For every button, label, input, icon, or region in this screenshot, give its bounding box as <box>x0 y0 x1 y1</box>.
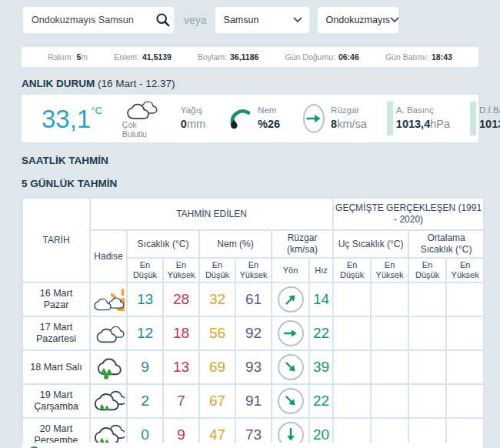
wind-direction-cell <box>272 283 309 316</box>
col-header-wind: Rüzgar (km/sa) <box>272 230 333 258</box>
avg-max-cell <box>446 283 484 316</box>
weather-icon-cloud-rain <box>90 350 127 384</box>
hum-max-cell: 61 <box>235 283 272 316</box>
hum-min-cell: 69 <box>199 350 235 384</box>
temp-max-cell: 28 <box>163 283 199 316</box>
temp-min-cell: 9 <box>127 350 163 384</box>
col-header-date: TARİH <box>22 198 90 283</box>
ext-min-cell <box>333 384 371 418</box>
forecast-row: 16 Mart Pazar 13 28 32 61 14 <box>22 283 484 316</box>
col-header-historical: GEÇMİŞTE GERÇEKLEŞEN (1991 - 2020) <box>333 198 484 230</box>
ext-max-cell <box>371 283 408 316</box>
search-icon[interactable] <box>155 12 171 28</box>
ext-max-cell <box>371 350 408 384</box>
ext-min-cell <box>333 316 371 350</box>
temp-min-cell: 13 <box>127 283 163 316</box>
weather-icon-clouds <box>90 316 127 350</box>
avg-min-cell <box>408 350 446 384</box>
subheader-temp-min: En Düşük <box>127 258 163 283</box>
or-label: veya <box>184 14 207 26</box>
humidity: Nem %26 <box>258 105 280 132</box>
cloud-icon <box>122 99 158 119</box>
search-box[interactable] <box>23 7 174 33</box>
temp-max-cell: 13 <box>163 350 199 384</box>
forecast-row: 19 Mart Çarşamba 2 7 67 91 22 <box>22 384 484 418</box>
longitude-info: Boylam:36,1186 <box>198 52 258 62</box>
weather-page: veya Samsun Ondokuzmayıs Rakım:5m Enlem:… <box>0 0 500 448</box>
wind-direction-icon <box>303 104 325 133</box>
sunrise-info: Gün Doğumu:06:46 <box>285 52 359 62</box>
forecast-date: 19 Mart Çarşamba <box>22 384 90 418</box>
actual-pressure: A. Basınç 1013,4hPa <box>396 105 450 132</box>
avg-min-cell <box>408 283 446 316</box>
humidity-gauge-icon <box>228 106 252 131</box>
subheader-ext-min: En Düşük <box>333 258 371 283</box>
district-select[interactable]: Ondokuzmayıs <box>318 7 398 33</box>
avg-max-cell <box>446 384 484 418</box>
forecast-table: TARİH TAHMİN EDİLEN GEÇMİŞTE GERÇEKLEŞEN… <box>22 197 485 448</box>
subheader-hum-min: En Düşük <box>199 258 235 283</box>
subheader-hum-max: En Yüksek <box>235 258 272 283</box>
subheader-avg-min: En Düşük <box>408 258 446 283</box>
ext-min-cell <box>333 350 371 384</box>
chevron-down-icon <box>390 17 399 23</box>
forecast-date: 17 Mart Pazartesi <box>22 316 90 350</box>
hourly-section-title[interactable]: SAATLİK TAHMİN <box>22 155 500 166</box>
col-header-predicted: TAHMİN EDİLEN <box>90 198 333 230</box>
hum-max-cell: 93 <box>235 350 272 384</box>
col-header-temperature: Sıcaklık (°C) <box>127 230 199 258</box>
subheader-wind-speed: Hız <box>309 258 333 283</box>
hum-max-cell: 91 <box>235 384 272 418</box>
ext-min-cell <box>333 283 371 316</box>
temp-max-cell: 18 <box>163 316 199 350</box>
district-select-value: Ondokuzmayıs <box>326 15 390 25</box>
weather-icon-sun-clouds <box>90 283 127 316</box>
wind-speed-cell: 22 <box>309 316 333 350</box>
wind-direction-cell <box>272 316 309 350</box>
wind-arrow-east-icon <box>282 325 299 342</box>
avg-min-cell <box>408 316 446 350</box>
current-section-title: ANLIK DURUM (16 Mart - 12.37) <box>22 78 500 89</box>
hum-max-cell: 92 <box>235 316 272 350</box>
ext-max-cell <box>371 384 408 418</box>
subheader-avg-max: En Yüksek <box>446 258 484 283</box>
avg-min-cell <box>408 384 446 418</box>
wind: Rüzgar 8km/sa <box>331 105 367 132</box>
province-select-value: Samsun <box>224 15 259 25</box>
sunset-info: Gün Batımı:18:43 <box>385 52 452 62</box>
bottom-panel <box>22 443 478 448</box>
wind-direction-cell <box>272 350 309 384</box>
avg-max-cell <box>446 316 484 350</box>
hum-min-cell: 32 <box>199 283 235 316</box>
subheader-wind-dir: Yön <box>272 258 309 283</box>
forecast-date: 16 Mart Pazar <box>22 283 90 316</box>
col-header-avg-temp: Ortalama Sıcaklık (°C) <box>408 230 484 258</box>
location-search-bar: veya Samsun Ondokuzmayıs <box>0 0 500 33</box>
hum-min-cell: 56 <box>199 316 235 350</box>
col-header-humidity: Nem (%) <box>199 230 272 258</box>
forecast-section-title[interactable]: 5 GÜNLÜK TAHMİN <box>22 178 500 189</box>
altitude-info: Rakım:5m <box>48 52 88 62</box>
province-select[interactable]: Samsun <box>215 7 309 33</box>
col-header-event: Hadise <box>90 230 127 283</box>
wind-speed-cell: 39 <box>309 350 333 384</box>
latitude-info: Enlem:41,5139 <box>114 52 172 62</box>
wind-speed-cell: 14 <box>309 283 333 316</box>
weather-icon-clouds-rain <box>90 384 127 418</box>
station-info-bar: Rakım:5m Enlem:41,5139 Boylam:36,1186 Gü… <box>22 47 478 67</box>
sea-level-pressure: D.İ.Basınç 1013,9hPa <box>479 105 500 132</box>
temp-max-cell: 7 <box>163 384 199 418</box>
forecast-row: 18 Mart Salı 9 13 69 93 39 <box>22 350 484 384</box>
wind-arrow-northeast-icon <box>278 288 302 312</box>
wind-arrow-southeast-icon <box>278 389 302 413</box>
current-condition: Çok Bulutlu <box>122 99 158 139</box>
col-header-extreme-temp: Uç Sıcaklık (°C) <box>333 230 408 258</box>
wind-speed-cell: 22 <box>309 384 333 418</box>
temp-min-cell: 2 <box>127 384 163 418</box>
search-input[interactable] <box>32 15 155 25</box>
wind-direction-cell <box>272 384 309 418</box>
subheader-temp-max: En Yüksek <box>163 258 199 283</box>
forecast-row: 17 Mart Pazartesi 12 18 56 92 22 <box>22 316 484 350</box>
chevron-down-icon <box>293 17 302 23</box>
condition-label: Çok Bulutlu <box>122 120 158 139</box>
